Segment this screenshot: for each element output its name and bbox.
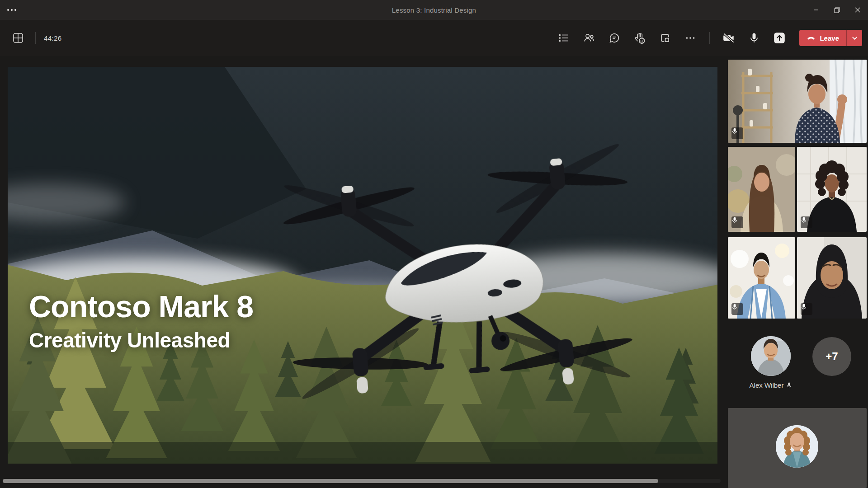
breakout-rooms-icon [659,32,671,44]
avatar[interactable] [751,336,791,376]
close-icon [855,7,860,13]
more-options-icon [684,32,696,44]
window-controls [806,0,868,20]
reactions-raise-hand-icon [634,32,646,44]
camera-off-icon [722,31,736,45]
chevron-down-icon [852,35,858,41]
video-tile-participant-3[interactable] [797,147,867,232]
microphone-icon [801,216,807,224]
leave-options-dropdown[interactable] [847,30,862,46]
microphone-icon [801,303,807,310]
participant-video [728,60,867,143]
microphone-icon [748,32,760,44]
stage-horizontal-scrollbar-thumb[interactable] [3,479,658,483]
hang-up-icon [807,33,816,42]
slide-artwork [8,67,717,464]
toolbar-divider [35,32,36,44]
share-screen-icon [773,31,786,45]
video-tile-participant-1[interactable] [728,60,867,143]
microphone-icon [731,303,738,310]
reactions-button[interactable] [627,29,652,47]
audio-participants-row: Alex Wilber +7 [728,325,867,407]
maximize-button[interactable] [826,0,847,20]
toolbar-right-group: Leave [551,20,862,56]
close-button[interactable] [847,0,868,20]
presentation-stage: Contoso Mark 8 Creativity Unleashed [0,56,723,488]
video-tile-participant-5[interactable] [797,237,867,319]
agenda-list-icon [558,32,570,44]
participant-alex-wilber[interactable]: Alex Wilber [732,336,809,389]
share-screen-button[interactable] [767,29,792,47]
agenda-list-button[interactable] [551,29,576,47]
chat-button[interactable] [602,29,627,47]
mic-on-badge [801,216,812,228]
video-tile-participant-4[interactable] [728,237,795,319]
breakout-rooms-button[interactable] [652,29,678,47]
participants-sidebar: Alex Wilber +7 [723,56,868,488]
participant-photo [751,336,791,376]
more-options-button[interactable] [678,29,703,47]
shared-slide: Contoso Mark 8 Creativity Unleashed [8,67,717,464]
slide-text-block: Contoso Mark 8 Creativity Unleashed [29,291,253,352]
leave-button-label: Leave [820,34,839,42]
window-titlebar: Lesson 3: Industrial Design [0,0,868,20]
gallery-view-button[interactable] [9,29,27,47]
mic-on-badge [801,303,812,315]
microphone-icon [731,127,738,135]
mic-on-badge [731,127,743,139]
leave-button[interactable]: Leave [799,30,862,46]
overflow-count: +7 [826,350,838,363]
mic-on-badge [731,216,743,228]
toolbar-divider [709,32,710,44]
participant-name-row: Alex Wilber [750,381,793,389]
meeting-toolbar: 44:26 [0,20,868,56]
stage-horizontal-scrollbar-track[interactable] [3,479,721,483]
gallery-view-icon [12,32,24,44]
minimize-button[interactable] [806,0,826,20]
microphone-icon [786,382,792,389]
camera-toggle-button[interactable] [716,29,741,47]
slide-subtitle: Creativity Unleashed [29,328,253,352]
avatar [776,425,818,468]
microphone-icon [731,216,738,224]
microphone-toggle-button[interactable] [741,29,767,47]
restore-icon [834,7,840,13]
participant-name: Alex Wilber [750,381,784,389]
app-menu-dots-icon[interactable] [7,0,16,20]
slide-title: Contoso Mark 8 [29,291,253,322]
leave-button-main[interactable]: Leave [799,30,846,46]
chat-icon [609,32,620,44]
overflow-participants-badge[interactable]: +7 [812,337,851,376]
people-button[interactable] [576,29,602,47]
mic-on-badge [731,303,743,315]
people-icon [583,32,595,44]
toolbar-left-group: 44:26 [9,20,62,56]
window-title: Lesson 3: Industrial Design [0,6,868,14]
video-tile-participant-6-camera-off[interactable] [728,408,867,488]
meeting-timer: 44:26 [44,34,62,42]
participant-photo [776,425,818,468]
video-tile-participant-2[interactable] [728,147,795,232]
minimize-icon [813,7,819,13]
